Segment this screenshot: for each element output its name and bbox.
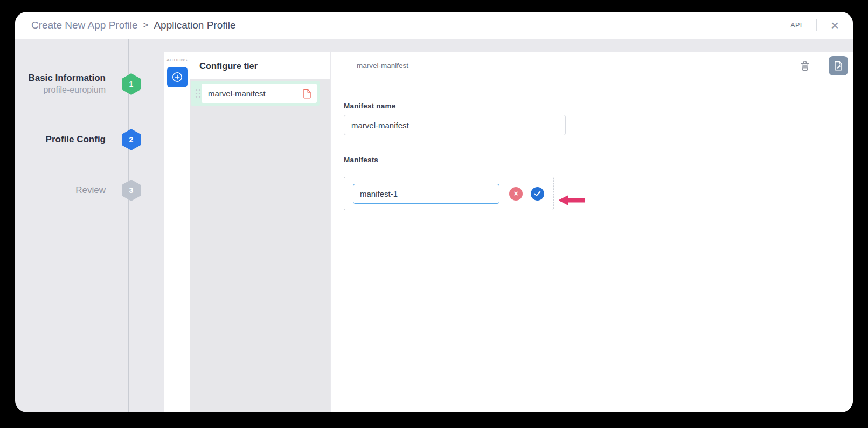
step-number-badge: 3 — [122, 180, 141, 201]
x-circle-icon: × — [513, 190, 518, 197]
step-profile-config[interactable]: Profile Config 2 — [15, 129, 141, 150]
tier-name: marvel-manifest — [208, 89, 266, 98]
drag-handle-dots[interactable] — [191, 89, 202, 98]
manifest-entry-row: × — [344, 177, 554, 210]
trash-icon — [800, 60, 810, 71]
detail-title: marvel-manifest — [357, 61, 408, 70]
step-title: Review — [75, 184, 106, 196]
check-circle-icon — [534, 191, 541, 197]
actions-label: ACTIONS — [166, 58, 187, 63]
step-title: Basic Information — [28, 72, 106, 84]
api-button[interactable]: API — [790, 22, 802, 29]
manifest-name-input[interactable] — [344, 115, 566, 135]
manifest-detail-panel: marvel-manifest — [331, 52, 853, 412]
actions-column: ACTIONS — [164, 52, 190, 412]
tier-list-title: Configure tier — [199, 61, 258, 71]
manifest-entry-input[interactable] — [353, 184, 499, 204]
app-modal-window: Create New App Profile > Application Pro… — [15, 12, 853, 412]
plus-circle-icon — [171, 71, 183, 83]
list-item[interactable]: marvel-manifest — [191, 81, 320, 106]
step-number-badge: 2 — [122, 129, 141, 150]
tier-list-body: marvel-manifest — [190, 79, 330, 412]
titlebar-divider — [816, 19, 817, 31]
detail-form: Manifest name Manifests × — [331, 79, 853, 210]
step-title: Profile Config — [46, 134, 106, 146]
step-subtitle: profile-europium — [28, 84, 106, 96]
detail-header-actions — [800, 56, 848, 75]
delete-button[interactable] — [800, 60, 810, 71]
breadcrumb: Create New App Profile > Application Pro… — [31, 19, 236, 31]
cancel-entry-button[interactable]: × — [509, 187, 523, 201]
step-number-badge: 1 — [122, 73, 141, 95]
manifest-name-label: Manifest name — [344, 102, 853, 110]
detail-header: marvel-manifest — [331, 52, 853, 79]
file-icon — [303, 88, 311, 99]
content-area: Basic Information profile-europium 1 Pro… — [15, 39, 853, 412]
confirm-entry-button[interactable] — [531, 187, 544, 201]
tier-list-header: Configure tier — [190, 52, 330, 79]
annotation-left-arrow — [558, 195, 585, 208]
add-tier-button[interactable] — [167, 67, 188, 87]
header-divider — [821, 59, 821, 72]
manifests-label: Manifests — [344, 156, 853, 164]
step-review[interactable]: Review 3 — [15, 180, 141, 201]
breadcrumb-separator-icon: > — [143, 20, 149, 31]
screenshot-stage: Create New App Profile > Application Pro… — [0, 0, 868, 428]
close-icon[interactable]: × — [831, 19, 839, 31]
breadcrumb-primary[interactable]: Create New App Profile — [31, 19, 138, 31]
edit-manifest-button[interactable] — [829, 56, 848, 75]
file-edit-icon — [834, 60, 843, 71]
tier-list-panel: Configure tier marvel-manifest — [190, 52, 330, 412]
tier-card: marvel-manifest — [202, 84, 317, 103]
stepper-sidebar: Basic Information profile-europium 1 Pro… — [15, 39, 164, 412]
manifest-entry-box: × — [344, 177, 554, 210]
manifests-rule — [344, 170, 554, 170]
titlebar: Create New App Profile > Application Pro… — [15, 12, 853, 39]
step-basic-information[interactable]: Basic Information profile-europium 1 — [15, 72, 141, 96]
titlebar-actions: API × — [790, 19, 839, 31]
breadcrumb-secondary: Application Profile — [154, 19, 235, 31]
